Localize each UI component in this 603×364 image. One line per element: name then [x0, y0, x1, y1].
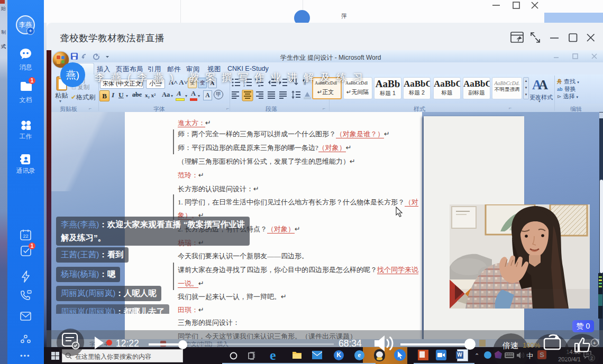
svg-text:22: 22: [23, 234, 28, 239]
